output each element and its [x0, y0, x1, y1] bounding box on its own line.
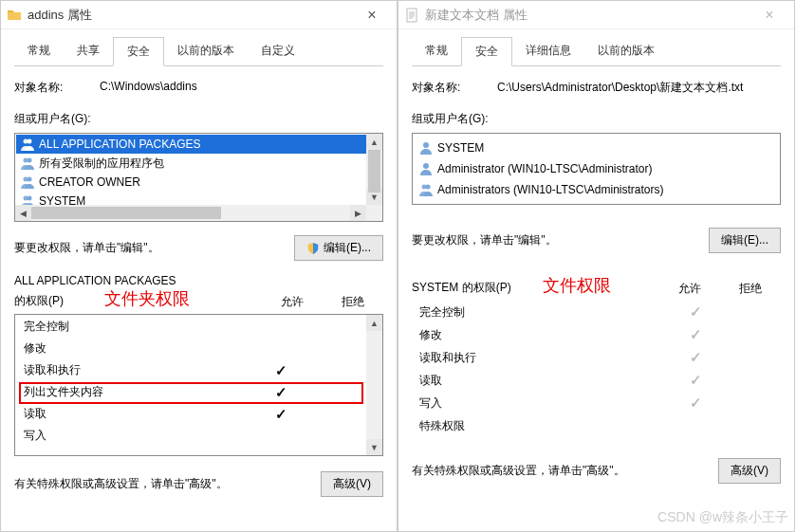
permission-row: 写入	[16, 425, 366, 447]
scrollbar-horizontal[interactable]: ◀ ▶	[15, 205, 366, 221]
permission-name: 完全控制	[24, 319, 252, 335]
principal-name: ALL APPLICATION PACKAGES	[39, 138, 201, 151]
principal-name: Administrator (WIN10-LTSC\Administrator)	[437, 162, 653, 175]
user-icon	[418, 161, 434, 176]
list-item[interactable]: 所有受限制的应用程序包	[16, 154, 366, 173]
double-icon	[20, 193, 35, 205]
permission-row: 写入	[412, 392, 781, 414]
allow-check	[667, 372, 724, 389]
list-item[interactable]: Administrators (WIN10-LTSC\Administrator…	[415, 179, 778, 200]
tab-bar: 常规 共享 安全 以前的版本 自定义	[14, 37, 383, 66]
tab-previous[interactable]: 以前的版本	[164, 37, 248, 65]
permission-name: 写入	[419, 395, 667, 412]
scroll-right-button[interactable]: ▶	[350, 205, 366, 221]
list-item[interactable]: SYSTEM	[415, 138, 778, 158]
svg-rect-8	[407, 9, 417, 22]
permission-name: 读取	[24, 406, 252, 422]
scroll-left-button[interactable]: ◀	[15, 205, 31, 221]
permission-row: 读取	[16, 403, 366, 425]
tab-detail[interactable]: 详细信息	[512, 37, 584, 65]
permission-row: 读取和执行	[412, 346, 781, 369]
tab-previous[interactable]: 以前的版本	[584, 37, 668, 65]
tab-share[interactable]: 共享	[64, 37, 113, 65]
close-button[interactable]: ×	[353, 7, 391, 24]
permission-row: 特殊权限	[412, 414, 781, 437]
svg-point-1	[28, 139, 32, 144]
label-edit-hint: 要更改权限，请单击"编辑"。	[412, 232, 709, 248]
tab-security[interactable]: 安全	[461, 37, 512, 66]
list-item[interactable]: Administrator (WIN10-LTSC\Administrator)	[415, 158, 778, 179]
allow-check	[252, 406, 309, 423]
scrollbar-vertical[interactable]: ▲ ▼	[366, 315, 382, 455]
scroll-up-button[interactable]: ▲	[366, 134, 382, 150]
scroll-down-button[interactable]: ▼	[366, 439, 382, 455]
shield-icon	[306, 242, 320, 255]
edit-button[interactable]: 编辑(E)...	[294, 235, 383, 261]
permissions-list: 完全控制修改读取和执行读取写入特殊权限	[412, 301, 781, 437]
object-path: C:\Windows\addins	[100, 80, 383, 96]
tab-bar: 常规 安全 详细信息 以前的版本	[412, 37, 781, 66]
col-deny: 拒绝	[720, 281, 781, 297]
tab-general[interactable]: 常规	[412, 37, 461, 65]
permission-name: 读取和执行	[24, 362, 252, 378]
principals-listbox[interactable]: SYSTEMAdministrator (WIN10-LTSC\Administ…	[412, 133, 781, 205]
permissions-listbox[interactable]: 完全控制修改读取和执行列出文件夹内容读取写入 ▲ ▼	[14, 314, 383, 456]
user-icon	[418, 140, 434, 156]
permission-row: 完全控制	[412, 301, 781, 323]
advanced-button[interactable]: 高级(V)	[321, 471, 383, 497]
permission-name: 读取	[419, 373, 667, 389]
window-title: 新建文本文档 属性	[425, 7, 750, 24]
col-allow: 允许	[659, 281, 720, 297]
svg-point-10	[423, 163, 429, 169]
allow-check	[667, 394, 724, 412]
permission-row: 修改	[412, 323, 781, 346]
principal-name: 所有受限制的应用程序包	[39, 156, 164, 172]
advanced-button[interactable]: 高级(V)	[718, 458, 781, 484]
object-path: C:\Users\Administrator\Desktop\新建文本文档.tx…	[497, 80, 781, 96]
permission-row: 列出文件夹内容	[16, 381, 366, 403]
perm-title-line2: 的权限(P)	[14, 294, 64, 307]
svg-point-3	[28, 158, 32, 163]
label-group-users: 组或用户名(G):	[14, 111, 383, 127]
scroll-up-button[interactable]: ▲	[366, 315, 382, 331]
permission-row: 读取	[412, 369, 781, 392]
svg-point-9	[423, 142, 429, 148]
principal-name: SYSTEM	[437, 141, 484, 155]
svg-point-5	[28, 177, 32, 182]
label-object-name: 对象名称:	[412, 80, 497, 96]
tab-general[interactable]: 常规	[14, 37, 64, 65]
permission-name: 修改	[24, 340, 252, 357]
svg-point-7	[28, 196, 32, 201]
permission-row: 读取和执行	[16, 359, 366, 381]
principals-listbox[interactable]: ALL APPLICATION PACKAGES所有受限制的应用程序包CREAT…	[14, 133, 383, 222]
folder-icon	[7, 8, 22, 23]
col-allow: 允许	[262, 294, 323, 310]
double-icon	[418, 182, 434, 197]
list-item[interactable]: ALL APPLICATION PACKAGES	[16, 135, 366, 154]
annotation-folder-perm: 文件夹权限	[104, 289, 190, 308]
perm-title-line1: ALL APPLICATION PACKAGES	[14, 274, 262, 287]
label-object-name: 对象名称:	[14, 80, 100, 96]
permission-row: 完全控制	[16, 316, 366, 338]
titlebar[interactable]: 新建文本文档 属性 ×	[398, 1, 794, 29]
scroll-thumb[interactable]	[368, 150, 380, 193]
textfile-icon	[404, 8, 419, 23]
scroll-thumb[interactable]	[31, 207, 221, 219]
allow-check	[252, 384, 309, 401]
properties-dialog-left: addins 属性 × 常规 共享 安全 以前的版本 自定义 对象名称: C:\…	[0, 0, 398, 532]
svg-point-12	[426, 185, 431, 190]
list-item[interactable]: SYSTEM	[16, 192, 366, 205]
double-icon	[20, 137, 35, 152]
label-group-users: 组或用户名(G):	[412, 111, 781, 127]
tab-custom[interactable]: 自定义	[248, 37, 308, 65]
close-button[interactable]: ×	[750, 7, 788, 24]
list-item[interactable]: CREATOR OWNER	[16, 173, 366, 192]
permission-name: 完全控制	[419, 304, 667, 321]
allow-check	[667, 349, 724, 366]
edit-button[interactable]: 编辑(E)...	[709, 228, 781, 253]
titlebar[interactable]: addins 属性 ×	[1, 1, 397, 29]
scrollbar-vertical[interactable]: ▲ ▼	[366, 134, 382, 205]
tab-security[interactable]: 安全	[113, 37, 164, 66]
permission-name: 修改	[419, 327, 667, 343]
window-title: addins 属性	[28, 7, 353, 24]
